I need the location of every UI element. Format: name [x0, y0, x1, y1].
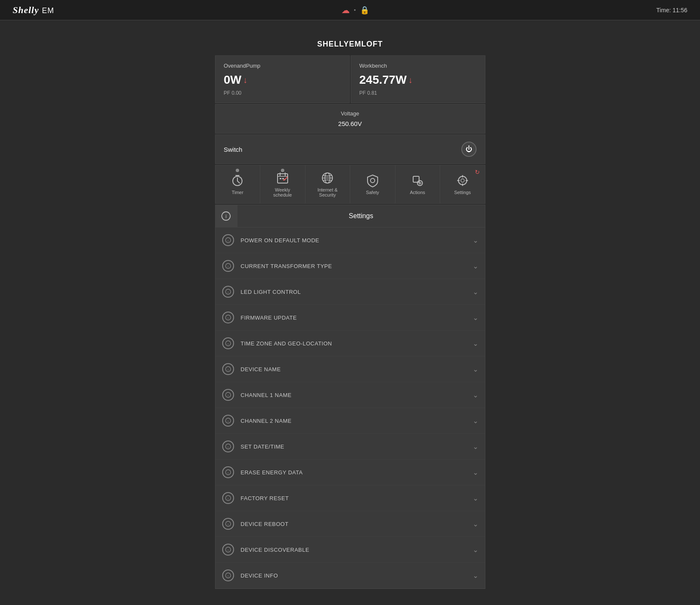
settings-panel: i Settings i POWER ON DEFAULT MODE ⌄ i [215, 205, 485, 589]
channel-2-power: 245.77W ↓ [360, 73, 477, 87]
settings-row-label: FIRMWARE UPDATE [241, 315, 473, 321]
settings-row-info-icon: i [222, 415, 234, 427]
settings-rows: i POWER ON DEFAULT MODE ⌄ i CURRENT TRAN… [215, 227, 485, 589]
settings-row-info-icon: i [222, 492, 234, 504]
svg-rect-9 [282, 178, 284, 179]
settings-row-info-icon: i [222, 389, 234, 401]
chevron-down-icon: ⌄ [473, 314, 478, 322]
tab-timer-dot [236, 169, 239, 172]
internet-security-icon [321, 171, 334, 185]
channel-1-pf: PF 0.00 [224, 90, 341, 96]
settings-row[interactable]: i SET DATE/TIME ⌄ [215, 434, 485, 460]
tab-actions-label: Actions [410, 190, 425, 195]
chevron-down-icon: ⌄ [473, 417, 478, 425]
chevron-down-icon: ⌄ [473, 262, 478, 270]
settings-row-label: DEVICE NAME [241, 366, 473, 372]
tab-safety-label: Safety [366, 190, 379, 195]
settings-row[interactable]: i DEVICE REBOOT ⌄ [215, 511, 485, 537]
settings-row-info-icon: i [222, 544, 234, 556]
voltage-value: 250.60V [224, 120, 477, 127]
content-panel: SHELLYEMLOFT OvenandPump 0W ↓ PF 0.00 Wo… [215, 33, 485, 589]
settings-row[interactable]: i FIRMWARE UPDATE ⌄ [215, 305, 485, 331]
settings-header: i Settings [215, 205, 485, 227]
svg-text:i: i [228, 523, 229, 526]
weekly-schedule-icon [276, 171, 289, 185]
settings-row-label: TIME ZONE AND GEO-LOCATION [241, 340, 473, 347]
svg-point-22 [461, 179, 464, 182]
svg-text:i: i [228, 394, 229, 397]
settings-row-label: CHANNEL 2 NAME [241, 418, 473, 424]
svg-rect-8 [280, 178, 281, 179]
settings-row-info-icon: i [222, 363, 234, 375]
chevron-down-icon: ⌄ [473, 572, 478, 580]
channel-1-power: 0W ↓ [224, 73, 341, 87]
settings-row-label: FACTORY RESET [241, 495, 473, 501]
settings-row-info-icon: i [222, 441, 234, 452]
settings-row-info-icon: i [222, 337, 234, 349]
channel-2-pf: PF 0.81 [360, 90, 477, 96]
chevron-down-icon: ⌄ [473, 365, 478, 373]
lock-icon: 🔒 [360, 5, 369, 15]
tab-weekly-schedule[interactable]: Weeklyschedule [260, 165, 305, 203]
channel-row: OvenandPump 0W ↓ PF 0.00 Workbench 245.7… [215, 55, 485, 103]
tab-timer-label: Timer [232, 190, 243, 195]
voltage-label: Voltage [224, 110, 477, 117]
settings-row[interactable]: i CHANNEL 1 NAME ⌄ [215, 382, 485, 408]
settings-row[interactable]: i FACTORY RESET ⌄ [215, 485, 485, 511]
timer-icon [231, 174, 244, 187]
svg-text:i: i [228, 548, 229, 552]
settings-row-info-icon: i [222, 286, 234, 298]
safety-icon [366, 174, 379, 187]
header: Shelly EM ☁ ● 🔒 Time: 11:56 [0, 0, 700, 20]
chevron-down-icon: ⌄ [473, 391, 478, 399]
settings-row[interactable]: i CHANNEL 2 NAME ⌄ [215, 408, 485, 434]
svg-text:i: i [228, 497, 229, 501]
settings-row-info-icon: i [222, 569, 234, 581]
settings-info-button[interactable]: i [215, 205, 237, 227]
settings-row-label: DEVICE INFO [241, 572, 473, 579]
tab-timer[interactable]: Timer [215, 165, 261, 203]
tab-internet-label: Internet &Security [317, 187, 338, 197]
logo: Shelly EM [13, 5, 54, 16]
chevron-down-icon: ⌄ [473, 520, 478, 528]
svg-text:i: i [228, 265, 229, 268]
svg-text:i: i [226, 214, 227, 219]
settings-row-info-icon: i [222, 312, 234, 323]
settings-row-label: DEVICE DISCOVERABLE [241, 547, 473, 553]
settings-row[interactable]: i DEVICE DISCOVERABLE ⌄ [215, 537, 485, 563]
header-icons: ☁ ● 🔒 [341, 5, 370, 15]
channel-1-name: OvenandPump [224, 63, 341, 69]
settings-row[interactable]: i CURRENT TRANSFORMER TYPE ⌄ [215, 253, 485, 279]
tab-internet-security[interactable]: Internet &Security [305, 165, 351, 203]
dot-icon: ● [354, 8, 356, 12]
svg-text:i: i [228, 471, 229, 475]
settings-row[interactable]: i LED LIGHT CONTROL ⌄ [215, 279, 485, 305]
chevron-down-icon: ⌄ [473, 443, 478, 451]
chevron-down-icon: ⌄ [473, 546, 478, 554]
settings-row[interactable]: i ERASE ENERGY DATA ⌄ [215, 460, 485, 485]
chevron-down-icon: ⌄ [473, 494, 478, 502]
chevron-down-icon: ⌄ [473, 468, 478, 476]
settings-row-label: SET DATE/TIME [241, 443, 473, 450]
tab-actions[interactable]: Actions [395, 165, 441, 203]
settings-panel-title: Settings [237, 206, 485, 226]
channel-2-name: Workbench [360, 63, 477, 69]
settings-row[interactable]: i DEVICE INFO ⌄ [215, 563, 485, 589]
cloud-icon: ☁ [341, 5, 350, 15]
refresh-icon: ↻ [475, 169, 482, 175]
tab-settings[interactable]: ↻ Settings [440, 165, 485, 203]
settings-row[interactable]: i TIME ZONE AND GEO-LOCATION ⌄ [215, 331, 485, 356]
switch-card: Switch ⏻ [215, 134, 485, 164]
chevron-down-icon: ⌄ [473, 339, 478, 348]
logo-shelly: Shelly [13, 5, 39, 15]
settings-row[interactable]: i POWER ON DEFAULT MODE ⌄ [215, 227, 485, 253]
settings-row-label: POWER ON DEFAULT MODE [241, 237, 473, 244]
power-button[interactable]: ⏻ [461, 142, 477, 157]
tab-safety[interactable]: Safety [350, 165, 395, 203]
settings-row[interactable]: i DEVICE NAME ⌄ [215, 356, 485, 382]
channel-card-2: Workbench 245.77W ↓ PF 0.81 [351, 55, 485, 103]
settings-row-label: CURRENT TRANSFORMER TYPE [241, 263, 473, 269]
svg-text:i: i [228, 419, 229, 423]
chevron-down-icon: ⌄ [473, 288, 478, 296]
tab-settings-label: Settings [454, 190, 471, 195]
